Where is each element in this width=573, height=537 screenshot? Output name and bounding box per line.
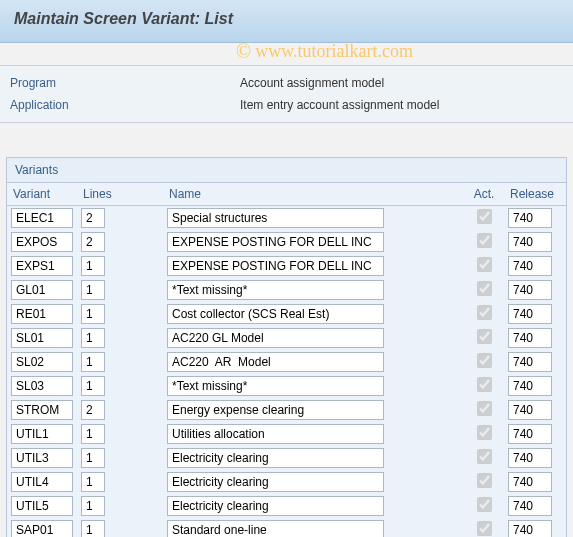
- active-checkbox[interactable]: [477, 281, 492, 296]
- release-input[interactable]: [508, 400, 552, 420]
- header-info-block: Program Account assignment model Applica…: [0, 65, 573, 123]
- application-value: Item entry account assignment model: [240, 98, 439, 112]
- lines-input[interactable]: [81, 280, 105, 300]
- active-checkbox[interactable]: [477, 449, 492, 464]
- name-input[interactable]: [167, 304, 384, 324]
- name-input[interactable]: [167, 280, 384, 300]
- name-input[interactable]: [167, 232, 384, 252]
- table-row: [7, 518, 566, 537]
- lines-input[interactable]: [81, 472, 105, 492]
- variants-grid: Variant Lines Name Act. Release: [6, 182, 567, 537]
- variant-input[interactable]: [11, 304, 73, 324]
- variant-input[interactable]: [11, 472, 73, 492]
- active-checkbox[interactable]: [477, 305, 492, 320]
- variant-input[interactable]: [11, 352, 73, 372]
- active-checkbox[interactable]: [477, 401, 492, 416]
- table-row: [7, 422, 566, 446]
- variant-input[interactable]: [11, 376, 73, 396]
- active-checkbox[interactable]: [477, 473, 492, 488]
- watermark: © www.tutorialkart.com: [236, 40, 413, 63]
- table-row: [7, 206, 566, 231]
- name-input[interactable]: [167, 472, 384, 492]
- lines-input[interactable]: [81, 496, 105, 516]
- variant-input[interactable]: [11, 256, 73, 276]
- variant-input[interactable]: [11, 232, 73, 252]
- variant-input[interactable]: [11, 328, 73, 348]
- release-input[interactable]: [508, 232, 552, 252]
- variants-header: Variants: [6, 157, 567, 182]
- active-checkbox[interactable]: [477, 521, 492, 536]
- variants-section: Variants Variant Lines Name Act. Release: [0, 157, 573, 537]
- release-input[interactable]: [508, 352, 552, 372]
- name-input[interactable]: [167, 520, 384, 537]
- release-input[interactable]: [508, 280, 552, 300]
- variant-input[interactable]: [11, 520, 73, 537]
- name-input[interactable]: [167, 256, 384, 276]
- watermark-text: www.tutorialkart.com: [255, 41, 413, 62]
- col-header-release[interactable]: Release: [504, 183, 566, 206]
- lines-input[interactable]: [81, 448, 105, 468]
- active-checkbox[interactable]: [477, 233, 492, 248]
- name-input[interactable]: [167, 496, 384, 516]
- name-input[interactable]: [167, 424, 384, 444]
- variant-input[interactable]: [11, 448, 73, 468]
- col-header-act[interactable]: Act.: [464, 183, 504, 206]
- name-input[interactable]: [167, 400, 384, 420]
- application-label: Application: [10, 98, 240, 112]
- lines-input[interactable]: [81, 304, 105, 324]
- table-row: [7, 398, 566, 422]
- release-input[interactable]: [508, 424, 552, 444]
- table-row: [7, 230, 566, 254]
- release-input[interactable]: [508, 376, 552, 396]
- active-checkbox[interactable]: [477, 425, 492, 440]
- lines-input[interactable]: [81, 328, 105, 348]
- col-header-name[interactable]: Name: [163, 183, 464, 206]
- variant-input[interactable]: [11, 424, 73, 444]
- release-input[interactable]: [508, 208, 552, 228]
- lines-input[interactable]: [81, 232, 105, 252]
- lines-input[interactable]: [81, 400, 105, 420]
- table-row: [7, 254, 566, 278]
- active-checkbox[interactable]: [477, 257, 492, 272]
- release-input[interactable]: [508, 328, 552, 348]
- program-value: Account assignment model: [240, 76, 384, 90]
- lines-input[interactable]: [81, 256, 105, 276]
- variant-input[interactable]: [11, 400, 73, 420]
- info-row-program: Program Account assignment model: [10, 72, 563, 94]
- variant-input[interactable]: [11, 280, 73, 300]
- table-row: [7, 326, 566, 350]
- table-row: [7, 278, 566, 302]
- release-input[interactable]: [508, 256, 552, 276]
- lines-input[interactable]: [81, 376, 105, 396]
- active-checkbox[interactable]: [477, 353, 492, 368]
- active-checkbox[interactable]: [477, 377, 492, 392]
- lines-input[interactable]: [81, 208, 105, 228]
- release-input[interactable]: [508, 304, 552, 324]
- release-input[interactable]: [508, 472, 552, 492]
- name-input[interactable]: [167, 352, 384, 372]
- program-label: Program: [10, 76, 240, 90]
- name-input[interactable]: [167, 328, 384, 348]
- lines-input[interactable]: [81, 424, 105, 444]
- info-row-application: Application Item entry account assignmen…: [10, 94, 563, 116]
- variants-table: Variant Lines Name Act. Release: [7, 183, 566, 537]
- lines-input[interactable]: [81, 352, 105, 372]
- release-input[interactable]: [508, 520, 552, 537]
- release-input[interactable]: [508, 448, 552, 468]
- col-header-lines[interactable]: Lines: [77, 183, 163, 206]
- col-header-variant[interactable]: Variant: [7, 183, 77, 206]
- variant-input[interactable]: [11, 208, 73, 228]
- name-input[interactable]: [167, 208, 384, 228]
- active-checkbox[interactable]: [477, 209, 492, 224]
- name-input[interactable]: [167, 448, 384, 468]
- variant-input[interactable]: [11, 496, 73, 516]
- lines-input[interactable]: [81, 520, 105, 537]
- release-input[interactable]: [508, 496, 552, 516]
- name-input[interactable]: [167, 376, 384, 396]
- table-row: [7, 302, 566, 326]
- active-checkbox[interactable]: [477, 497, 492, 512]
- page-title: Maintain Screen Variant: List: [14, 10, 559, 28]
- active-checkbox[interactable]: [477, 329, 492, 344]
- table-row: [7, 470, 566, 494]
- table-row: [7, 446, 566, 470]
